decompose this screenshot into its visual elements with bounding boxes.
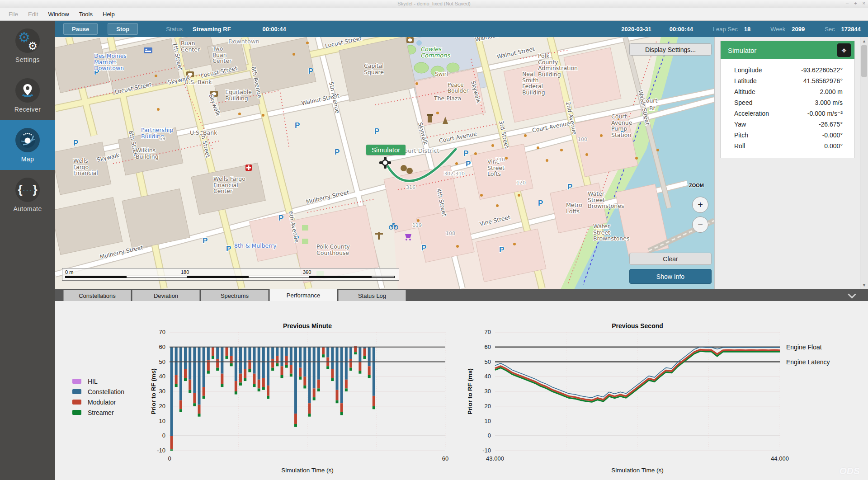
bottom-panel: Constellations Deviation Spectrums Perfo… — [55, 289, 868, 480]
sidebar-item-automate[interactable]: {···} Automate — [0, 170, 55, 220]
legend-item: Modulator — [72, 397, 124, 407]
show-info-button[interactable]: Show Info — [629, 269, 712, 284]
sec-label: Sec — [825, 26, 835, 33]
sidebar-item-receiver[interactable]: Receiver — [0, 71, 55, 120]
close-icon[interactable]: × — [863, 0, 865, 6]
map-label: Court — [642, 97, 657, 104]
crosshair-target-icon[interactable]: ⌖ — [837, 43, 851, 57]
menu-edit: Edit — [24, 9, 42, 19]
svg-text:60: 60 — [485, 344, 491, 350]
poi-dot-icon — [560, 149, 563, 151]
application-window: Skydel - demo_fixed (Not Saved) – + × Fi… — [0, 0, 868, 480]
display-settings-button[interactable]: Display Settings... — [629, 43, 712, 56]
watermark-logo: ODS — [839, 466, 860, 476]
parking-icon: P — [466, 160, 471, 168]
telemetry-row: Altitude2.000 m — [721, 86, 854, 97]
telemetry-row: Latitude41.58562976° — [721, 75, 854, 86]
svg-text:60: 60 — [159, 344, 165, 350]
svg-text:30: 30 — [159, 388, 165, 395]
map-label: 316 — [406, 184, 415, 190]
svg-text:40: 40 — [485, 373, 491, 380]
telemetry-row: Longitude-93.62260522° — [721, 65, 854, 75]
map-label: 119 — [412, 222, 422, 228]
tab-deviation[interactable]: Deviation — [132, 290, 200, 301]
week-label: Week — [770, 26, 785, 33]
zoom-label: ZOOM — [689, 183, 704, 188]
sidebar-item-map[interactable]: Map — [0, 120, 55, 170]
scale-mid: 180 — [181, 269, 189, 275]
legend-item: Constellation — [72, 386, 124, 397]
telemetry-label: Acceleration — [734, 109, 807, 118]
svg-text:0: 0 — [162, 432, 165, 439]
legend-label: Modulator — [88, 399, 116, 406]
poi-dot-icon — [656, 149, 659, 151]
map-label: Downtown — [228, 38, 259, 45]
map-label: Swirl — [435, 71, 448, 77]
menu-help[interactable]: Help — [99, 9, 119, 19]
scroll-thumb[interactable] — [861, 45, 867, 77]
poi-dot-icon — [238, 113, 241, 115]
telemetry-row: Roll0.000° — [721, 141, 854, 151]
menu-window[interactable]: Window — [44, 9, 73, 19]
parking-icon: P — [567, 183, 572, 191]
parking-icon: P — [226, 245, 231, 253]
stop-button[interactable]: Stop — [108, 23, 138, 35]
simulation-toolbar: Pause Stop Status Streaming RF 00:00:44 … — [55, 21, 868, 37]
poi-dot-icon — [585, 153, 588, 156]
parking-icon: P — [374, 127, 379, 136]
map-label: U.S. Bank — [184, 79, 212, 85]
zoom-out-button[interactable]: − — [692, 216, 708, 233]
poi-dot-icon — [513, 243, 516, 245]
maximize-icon[interactable]: + — [854, 0, 857, 6]
svg-text:10: 10 — [485, 418, 491, 424]
parking-icon: P — [538, 199, 543, 207]
svg-text:20: 20 — [159, 403, 165, 409]
info-panel: Simulator ⌖ Longitude-93.62260522°Latitu… — [714, 37, 860, 289]
telemetry-label: Pitch — [734, 131, 822, 140]
menu-file: File — [5, 9, 22, 19]
sidebar-item-settings[interactable]: ⚙⚙ Settings — [0, 21, 55, 71]
svg-text:50: 50 — [159, 358, 165, 365]
menu-tools[interactable]: Tools — [75, 9, 97, 19]
pause-button[interactable]: Pause — [63, 23, 98, 35]
status-label: Status — [166, 26, 183, 33]
tab-status-log[interactable]: Status Log — [338, 290, 406, 301]
minimize-icon[interactable]: – — [846, 0, 849, 6]
elapsed-time: 00:00:44 — [263, 26, 286, 33]
svg-text:50: 50 — [485, 358, 491, 365]
poi-dot-icon — [474, 152, 477, 155]
telemetry-value: -93.62260522° — [801, 66, 843, 75]
map-label: 120 — [516, 180, 526, 186]
map-label: 69 — [159, 136, 165, 141]
panel-scrollbar[interactable]: ▲ ▼ — [860, 37, 868, 289]
scroll-down-icon[interactable]: ▼ — [861, 282, 867, 288]
chevron-down-icon[interactable] — [848, 291, 855, 298]
telemetry-label: Yaw — [734, 120, 819, 129]
parking-icon: P — [73, 139, 78, 147]
scroll-up-icon[interactable]: ▲ — [861, 38, 867, 44]
sidebar: ⚙⚙ Settings Receiver Map {···} Automate — [0, 21, 55, 480]
telemetry-value: -26.675° — [819, 120, 843, 129]
tab-constellations[interactable]: Constellations — [63, 290, 131, 301]
svg-text:Prior to RF (ms): Prior to RF (ms) — [150, 368, 157, 414]
parking-icon: P — [278, 214, 283, 222]
map-canvas[interactable]: PPPPPPPPPPPPPPPPP DowntownLocust StreetL… — [55, 37, 714, 289]
svg-text:-10: -10 — [157, 447, 165, 454]
clear-button[interactable]: Clear — [629, 253, 712, 265]
telemetry-value: -0.000 m/s⁻² — [807, 109, 843, 118]
map-label: Polk CountyCourthouse — [316, 243, 350, 256]
poi-dot-icon — [157, 108, 160, 111]
status-value: Streaming RF — [193, 26, 231, 33]
map-label: 8th & Mulberry — [234, 242, 277, 249]
zoom-in-button[interactable]: + — [692, 197, 708, 213]
legend-label: HIL — [88, 378, 98, 385]
parking-icon: P — [421, 244, 426, 252]
svg-text:Simulation Time (s): Simulation Time (s) — [281, 467, 334, 474]
svg-text:30: 30 — [485, 388, 491, 395]
tab-performance[interactable]: Performance — [269, 289, 337, 301]
tab-spectrums[interactable]: Spectrums — [201, 290, 269, 301]
simulator-marker-label[interactable]: Simulator — [366, 145, 406, 155]
window-title: Skydel - demo_fixed (Not Saved) — [0, 1, 868, 6]
telemetry-value: -0.000° — [822, 131, 843, 140]
poi-dot-icon — [306, 42, 309, 44]
